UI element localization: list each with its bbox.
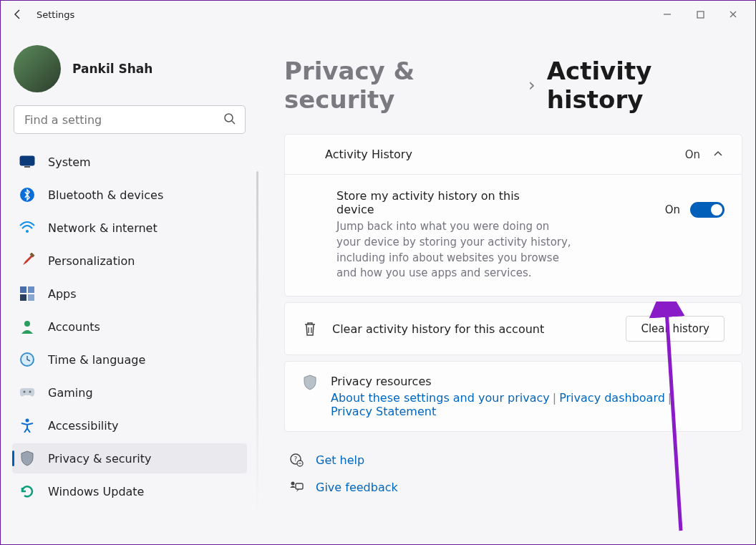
back-button[interactable] — [6, 3, 29, 26]
user-profile[interactable]: Pankil Shah — [8, 37, 251, 105]
breadcrumb-parent[interactable]: Privacy & security — [284, 57, 517, 114]
sidebar-item-gaming[interactable]: Gaming — [12, 377, 247, 407]
page-title: Activity history — [547, 57, 742, 114]
chevron-right-icon: › — [528, 75, 536, 95]
sidebar-item-label: Privacy & security — [48, 452, 151, 466]
sidebar-item-label: Windows Update — [48, 485, 144, 498]
card-title: Activity History — [325, 148, 412, 161]
avatar — [14, 45, 61, 92]
svg-rect-7 — [20, 286, 26, 293]
svg-point-11 — [24, 321, 30, 327]
privacy-resources-card: Privacy resources About these settings a… — [284, 361, 742, 432]
sidebar-item-system[interactable]: System — [12, 147, 247, 177]
svg-point-5 — [26, 230, 29, 233]
get-help-link[interactable]: Get help — [316, 453, 364, 467]
sidebar-item-bluetooth[interactable]: Bluetooth & devices — [12, 180, 247, 210]
sidebar-item-privacy-security[interactable]: Privacy & security — [12, 443, 247, 473]
sidebar-item-time-language[interactable]: Time & language — [12, 344, 247, 375]
search-input[interactable] — [24, 113, 223, 127]
user-name: Pankil Shah — [72, 62, 152, 76]
sidebar-item-label: Time & language — [48, 353, 145, 367]
sidebar-item-label: Apps — [48, 287, 77, 301]
wifi-icon — [19, 220, 35, 236]
feedback-icon — [289, 479, 304, 495]
store-activity-toggle[interactable] — [690, 202, 724, 218]
titlebar: Settings — [1, 1, 755, 28]
sidebar-item-label: System — [48, 155, 91, 169]
svg-rect-10 — [28, 294, 34, 301]
about-settings-link[interactable]: About these settings and your privacy — [331, 391, 550, 405]
search-input-wrapper[interactable] — [14, 105, 246, 134]
bluetooth-icon — [19, 187, 35, 203]
sidebar-item-label: Accessibility — [48, 419, 118, 433]
activity-history-header[interactable]: Activity History On — [285, 135, 742, 174]
sidebar-item-label: Accounts — [48, 320, 100, 334]
sidebar-item-accounts[interactable]: Accounts — [12, 312, 247, 342]
sidebar-item-label: Network & internet — [48, 221, 158, 235]
clear-history-label: Clear activity history for this account — [332, 322, 611, 336]
svg-rect-2 — [20, 156, 34, 165]
clear-history-button[interactable]: Clear history — [626, 316, 724, 342]
footer-links: ? Get help Give feedback — [284, 452, 742, 495]
shield-icon — [19, 450, 35, 466]
svg-point-1 — [225, 114, 233, 122]
shield-icon — [302, 375, 318, 390]
display-icon — [19, 154, 35, 170]
privacy-dashboard-link[interactable]: Privacy dashboard — [559, 391, 665, 405]
chevron-up-icon — [713, 149, 724, 160]
nav-list: System Bluetooth & devices Network & int… — [12, 147, 247, 506]
window-controls — [651, 3, 750, 26]
resources-title: Privacy resources — [331, 375, 674, 388]
paintbrush-icon — [19, 253, 35, 269]
svg-rect-9 — [20, 294, 26, 301]
main-content: Privacy & security › Activity history Ac… — [258, 28, 755, 544]
person-icon — [19, 319, 35, 334]
trash-icon — [302, 321, 318, 337]
minimize-button[interactable] — [651, 3, 684, 26]
setting-title: Store my activity history on this device — [336, 189, 551, 216]
svg-rect-0 — [697, 11, 704, 18]
sidebar-item-label: Personalization — [48, 254, 135, 268]
svg-rect-3 — [24, 166, 30, 168]
svg-rect-20 — [296, 483, 303, 489]
help-icon: ? — [289, 452, 304, 468]
svg-point-19 — [291, 482, 295, 486]
svg-point-13 — [24, 391, 26, 393]
setting-description: Jump back into what you were doing on yo… — [336, 219, 573, 281]
gamepad-icon — [19, 385, 35, 400]
update-icon — [19, 483, 35, 499]
clock-icon — [19, 352, 35, 367]
sidebar: Pankil Shah System Bluetooth & devices N… — [1, 28, 258, 544]
sidebar-item-label: Bluetooth & devices — [48, 188, 163, 202]
sidebar-item-windows-update[interactable]: Windows Update — [12, 476, 247, 506]
close-button[interactable] — [717, 3, 750, 26]
sidebar-item-personalization[interactable]: Personalization — [12, 246, 247, 276]
search-icon — [223, 112, 238, 127]
apps-icon — [19, 286, 35, 302]
app-title: Settings — [37, 9, 74, 20]
card-state-label: On — [685, 148, 700, 161]
activity-history-card: Activity History On Store my activity hi… — [284, 134, 742, 296]
clear-history-card: Clear activity history for this account … — [284, 302, 742, 355]
svg-text:?: ? — [294, 455, 298, 463]
toggle-state-label: On — [665, 203, 680, 216]
sidebar-item-network[interactable]: Network & internet — [12, 213, 247, 243]
store-activity-setting: Store my activity history on this device… — [285, 174, 742, 296]
sidebar-item-apps[interactable]: Apps — [12, 279, 247, 309]
svg-point-14 — [29, 391, 32, 393]
accessibility-icon — [19, 418, 35, 433]
privacy-statement-link[interactable]: Privacy Statement — [331, 405, 436, 418]
sidebar-item-label: Gaming — [48, 386, 93, 400]
svg-point-15 — [26, 419, 29, 423]
sidebar-item-accessibility[interactable]: Accessibility — [12, 410, 247, 440]
breadcrumb: Privacy & security › Activity history — [284, 57, 742, 114]
give-feedback-link[interactable]: Give feedback — [316, 481, 398, 494]
svg-rect-8 — [28, 286, 34, 293]
maximize-button[interactable] — [684, 3, 717, 26]
